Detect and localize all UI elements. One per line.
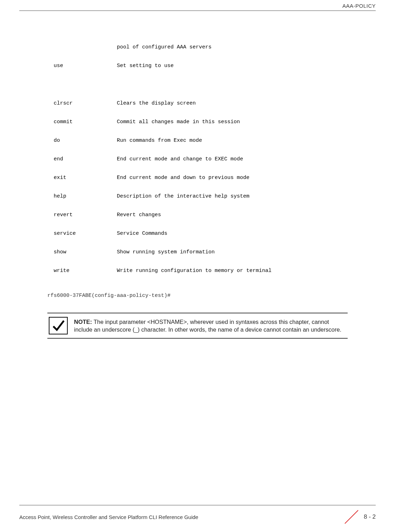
cli-prompt: rfs6000-37FABE(config-aaa-policy-test)#: [47, 293, 376, 299]
cmd-name: revert: [54, 212, 117, 218]
cmd-name: show: [54, 249, 117, 255]
footer-rule: [19, 505, 376, 505]
cmd-name: help: [54, 193, 117, 200]
cmd-name: end: [54, 156, 117, 162]
page: AAA-POLICY pool of configured AAA server…: [0, 0, 395, 532]
cmd-name: exit: [54, 175, 117, 181]
footer-title: Access Point, Wireless Controller and Se…: [19, 514, 198, 520]
cmd-name: use: [54, 63, 117, 69]
note-bottom-rule: [47, 338, 348, 339]
cmd-desc: Set setting to use: [117, 63, 174, 69]
cmd-desc: Show running system information: [117, 249, 215, 255]
cmd-name: commit: [54, 119, 117, 125]
cmd-desc: Write running configuration to memory or…: [117, 268, 272, 274]
pre-desc: pool of configured AAA servers: [117, 44, 212, 50]
cli-help-block: pool of configured AAA servers useSet se…: [47, 32, 376, 286]
note-block: NOTE: The input parameter <HOSTNAME>, wh…: [47, 313, 348, 339]
cmd-desc: Description of the interactive help syst…: [117, 193, 249, 199]
page-footer: Access Point, Wireless Controller and Se…: [19, 505, 376, 525]
note-label: NOTE:: [74, 319, 92, 325]
page-number: 8 - 2: [364, 513, 376, 520]
svg-line-0: [345, 510, 358, 524]
page-header: AAA-POLICY: [19, 0, 376, 11]
note-text: NOTE: The input parameter <HOSTNAME>, wh…: [74, 318, 348, 334]
cmd-name: clrscr: [54, 100, 117, 107]
cmd-name: write: [54, 268, 117, 274]
cmd-desc: Commit all changes made in this session: [117, 119, 240, 125]
cmd-desc: End current mode and down to previous mo…: [117, 175, 249, 181]
cmd-desc: Service Commands: [117, 231, 167, 237]
header-section-label: AAA-POLICY: [342, 3, 376, 9]
note-body-text: The input parameter <HOSTNAME>, wherever…: [74, 319, 341, 333]
header-rule: [19, 11, 376, 11]
cmd-desc: End current mode and change to EXEC mode: [117, 156, 243, 162]
cmd-name: do: [54, 138, 117, 144]
cmd-name: service: [54, 231, 117, 237]
cmd-desc: Clears the display screen: [117, 100, 196, 106]
page-corner-icon: [343, 509, 360, 525]
checkmark-icon: [49, 317, 68, 334]
cmd-desc: Run commands from Exec mode: [117, 138, 202, 144]
cmd-desc: Revert changes: [117, 212, 161, 218]
